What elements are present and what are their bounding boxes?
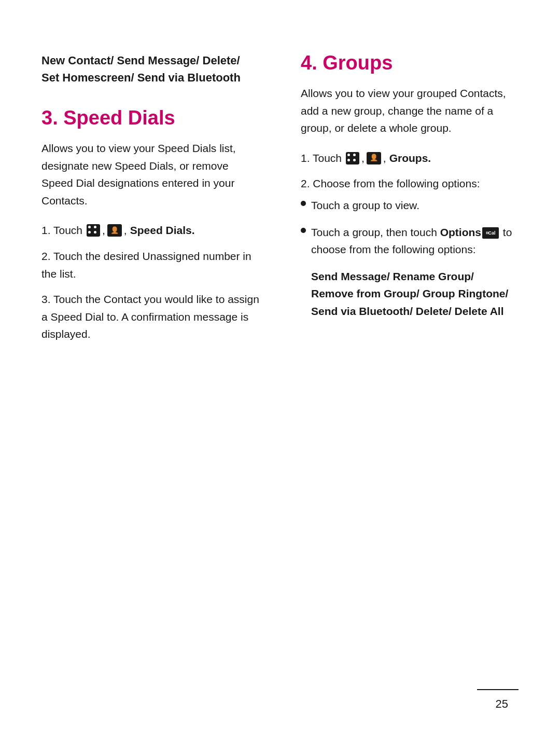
to-word: to xyxy=(503,226,512,238)
bullet-item-2: Touch a group, then touch Options⌗Cal to… xyxy=(301,224,519,258)
comma2-icon: , xyxy=(124,222,127,239)
intro-bold-text: New Contact/ Send Message/ Delete/ Set H… xyxy=(41,52,259,86)
options-icon: ⌗Cal xyxy=(482,227,499,239)
step4-2: 2. Choose from the following options: To… xyxy=(301,175,519,320)
section4-heading: 4. Groups xyxy=(301,52,519,74)
bullet-text-1: Touch a group to view. xyxy=(311,197,419,214)
comma-icon: , xyxy=(102,222,105,239)
bullet-text-2: Touch a group, then touch Options⌗Cal to… xyxy=(311,224,519,258)
sub-bold-text: Send Message/ Rename Group/ Remove from … xyxy=(311,268,519,320)
menu-icon xyxy=(87,224,100,237)
comma4-icon: , xyxy=(383,149,386,167)
bullet-dot-2 xyxy=(301,228,306,233)
step3-1: 1. Touch , , Speed Dials. xyxy=(41,222,259,239)
bullet-dot-1 xyxy=(301,201,306,206)
options-label: Options xyxy=(440,226,481,238)
section3-body: Allows you to view your Speed Dials list… xyxy=(41,140,259,209)
left-column: New Contact/ Send Message/ Delete/ Set H… xyxy=(41,52,270,351)
step4-1-prefix: 1. Touch xyxy=(301,149,342,167)
contacts-icon-2 xyxy=(367,152,381,164)
contacts-icon xyxy=(107,224,122,237)
section3-steps: 1. Touch , , Speed Dials. 2. Touch the d… xyxy=(41,222,259,343)
step4-1: 1. Touch , , Groups. xyxy=(301,149,519,167)
step3-3: 3. Touch the Contact you would like to a… xyxy=(41,291,259,343)
options-bullet-list: Touch a group to view. Touch a group, th… xyxy=(301,197,519,258)
bullet-item-1: Touch a group to view. xyxy=(301,197,519,214)
section3-heading: 3. Speed Dials xyxy=(41,107,259,129)
menu-icon-2 xyxy=(346,152,359,164)
step3-2: 2. Touch the desired Unassigned number i… xyxy=(41,248,259,282)
section4-body: Allows you to view your grouped Contacts… xyxy=(301,85,519,137)
footer-line xyxy=(477,689,519,690)
page-number: 25 xyxy=(496,697,508,711)
step3-1-prefix: 1. Touch xyxy=(41,222,82,239)
section4-steps: 1. Touch , , Groups. 2. Choose from the … xyxy=(301,149,519,320)
step4-1-label: Groups. xyxy=(389,149,431,167)
comma3-icon: , xyxy=(361,149,365,167)
step3-1-label: Speed Dials. xyxy=(130,222,195,239)
right-column: 4. Groups Allows you to view your groupe… xyxy=(290,52,519,351)
